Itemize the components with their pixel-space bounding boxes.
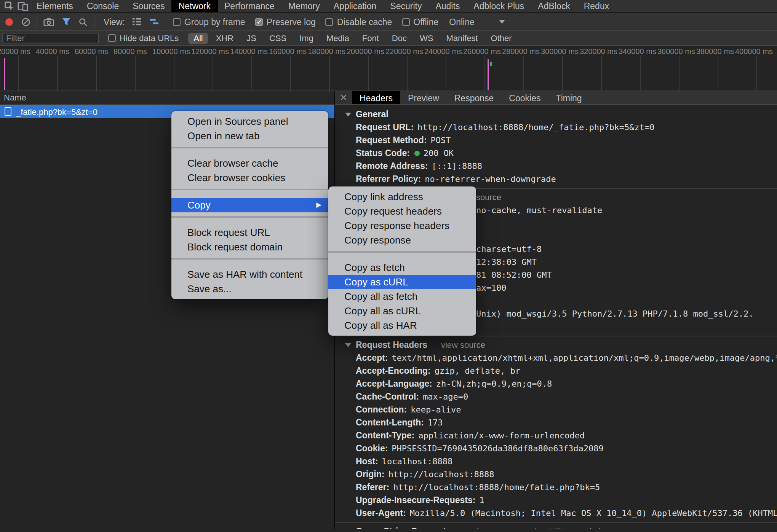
devtools-tab[interactable]: Performance (217, 0, 281, 12)
detail-tab[interactable]: Headers (352, 91, 400, 104)
devtools-tab[interactable]: Adblock Plus (467, 0, 531, 12)
filter-pill[interactable]: Media (321, 32, 355, 44)
network-overview-ruler[interactable]: 20000 ms40000 ms60000 ms80000 ms100000 m… (0, 46, 777, 91)
list-view-icon[interactable] (132, 18, 142, 26)
submenu-item[interactable]: Copy response headers (328, 218, 476, 233)
toolbar-checkbox[interactable]: Offline (402, 17, 438, 26)
devtools-tab[interactable]: Audits (428, 0, 467, 12)
devtools-tab[interactable]: Console (80, 0, 126, 12)
devtools-tab[interactable]: Elements (30, 0, 80, 12)
context-menu-item[interactable]: Save as... (171, 282, 328, 296)
devtools-tab[interactable]: AdBlock (531, 0, 577, 12)
detail-tab[interactable]: Response (447, 91, 502, 104)
filter-pill[interactable]: Img (294, 32, 319, 44)
detail-tab[interactable]: Preview (400, 91, 447, 104)
hide-data-urls-checkbox[interactable]: Hide data URLs (108, 33, 179, 43)
header-value: 1 (479, 495, 484, 505)
ruler-label: 360000 ms (657, 47, 696, 56)
header-row: Referer:http://localhost:8888/home/fatie… (335, 481, 777, 494)
filter-pill[interactable]: JS (241, 32, 262, 44)
screenshot-icon[interactable] (43, 17, 54, 26)
header-row: Accept-Language:zh-CN,zh;q=0.9,en;q=0.8 (335, 377, 777, 390)
search-icon[interactable] (78, 17, 88, 26)
devtools-tab[interactable]: Sources (126, 0, 171, 12)
throttling-select[interactable]: Online (449, 17, 505, 26)
context-menu-item[interactable]: Clear browser cache (171, 156, 328, 170)
clear-icon[interactable] (21, 17, 30, 26)
header-row: Request Method:POST (335, 134, 777, 147)
filter-pill[interactable]: Manifest (441, 32, 483, 44)
header-name: Accept: (356, 353, 388, 362)
filter-pill[interactable]: Doc (387, 32, 412, 44)
name-column-header[interactable]: Name (0, 91, 334, 105)
record-button[interactable] (5, 18, 13, 25)
submenu-item[interactable]: Copy as cURL (328, 275, 476, 289)
submenu-item[interactable]: Copy response (328, 233, 476, 247)
ruler-label: 380000 ms (696, 47, 735, 56)
submenu-item[interactable]: Copy as fetch (328, 260, 476, 275)
toolbar-checkbox[interactable]: Group by frame (173, 17, 245, 26)
section-divider (335, 336, 777, 336)
section-general[interactable]: General (335, 108, 777, 121)
devtools-window: ElementsConsoleSourcesNetworkPerformance… (0, 0, 777, 532)
view-url-encoded-link[interactable]: view URL encoded (531, 525, 601, 529)
context-menu-item[interactable]: Open in new tab (171, 129, 328, 143)
filter-pill[interactable]: WS (414, 32, 438, 44)
filter-pill[interactable]: CSS (264, 32, 292, 44)
detail-tab[interactable]: Timing (548, 91, 589, 104)
request-headers-rows: Accept:text/html,application/xhtml+xml,a… (335, 352, 777, 520)
filter-pill[interactable]: Font (357, 32, 384, 44)
header-value: no-referrer-when-downgrade (425, 174, 556, 184)
close-icon[interactable]: ✕ (335, 93, 352, 103)
header-name: Remote Address: (356, 161, 428, 170)
view-source-link[interactable]: view source (441, 339, 485, 352)
ruler-label: 40000 ms (36, 47, 75, 56)
filter-pill[interactable]: XHR (211, 32, 239, 44)
header-name: Cache-Control: (356, 392, 419, 401)
header-value: 173 (428, 418, 443, 428)
header-value: http://localhost:8888/home/fatie.php?bk=… (393, 483, 600, 492)
header-value: http://localhost:8888 (388, 470, 494, 479)
ruler-gridlines (18, 56, 777, 91)
submenu-item[interactable]: Copy request headers (328, 204, 476, 218)
context-menu-item (171, 216, 328, 225)
submenu-item[interactable]: Copy link address (328, 190, 476, 204)
filter-pill[interactable]: All (188, 32, 208, 44)
device-toolbar-icon[interactable] (16, 0, 30, 12)
context-menu-item[interactable]: Block request domain (171, 240, 328, 254)
filter-pill[interactable]: Other (486, 32, 517, 44)
header-row: Origin:http://localhost:8888 (335, 468, 777, 481)
toolbar-checkbox[interactable]: Preserve log (255, 17, 316, 26)
devtools-tab[interactable]: Application (327, 0, 384, 12)
ruler-label: 80000 ms (114, 47, 152, 56)
submenu-item[interactable]: Copy all as HAR (328, 318, 476, 333)
context-menu-item[interactable]: Open in Sources panel (171, 114, 328, 129)
header-name: Accept-Encoding: (356, 366, 431, 375)
submenu-item[interactable]: Copy all as fetch (328, 289, 476, 304)
view-source-link[interactable]: view source (473, 525, 517, 529)
context-menu-item[interactable]: Save as HAR with content (171, 267, 328, 282)
filter-icon[interactable] (62, 18, 71, 26)
section-request-headers[interactable]: Request Headers view source (335, 339, 777, 352)
submenu-item[interactable]: Copy all as cURL (328, 304, 476, 318)
toolbar-checkbox[interactable]: Disable cache (326, 17, 392, 26)
context-menu-item (171, 189, 328, 198)
devtools-tab[interactable]: Redux (577, 0, 616, 12)
context-menu-item[interactable]: Block request URL (171, 225, 328, 240)
devtools-tab[interactable]: Memory (281, 0, 327, 12)
context-menu-item[interactable]: Copy (171, 198, 328, 212)
ruler-label: 140000 ms (230, 47, 269, 56)
context-menu-item[interactable]: Clear browser cookies (171, 170, 328, 185)
section-query-string[interactable]: Query String Parameters view source view… (335, 525, 777, 529)
status-dot (414, 151, 420, 156)
section-title: Query String Parameters (356, 525, 459, 529)
inspect-element-icon[interactable] (2, 0, 16, 12)
overview-waterfall-icon[interactable] (149, 18, 159, 26)
header-value: PHPSESSID=7690435026da386df8a80e63f3da20… (392, 444, 603, 454)
context-menu: Open in Sources panelOpen in new tabClea… (171, 111, 328, 299)
filter-input[interactable] (2, 33, 99, 43)
devtools-tab[interactable]: Network (172, 0, 217, 12)
detail-tab[interactable]: Cookies (501, 91, 548, 104)
header-name: Content-Type: (356, 431, 414, 440)
devtools-tab[interactable]: Security (383, 0, 428, 12)
